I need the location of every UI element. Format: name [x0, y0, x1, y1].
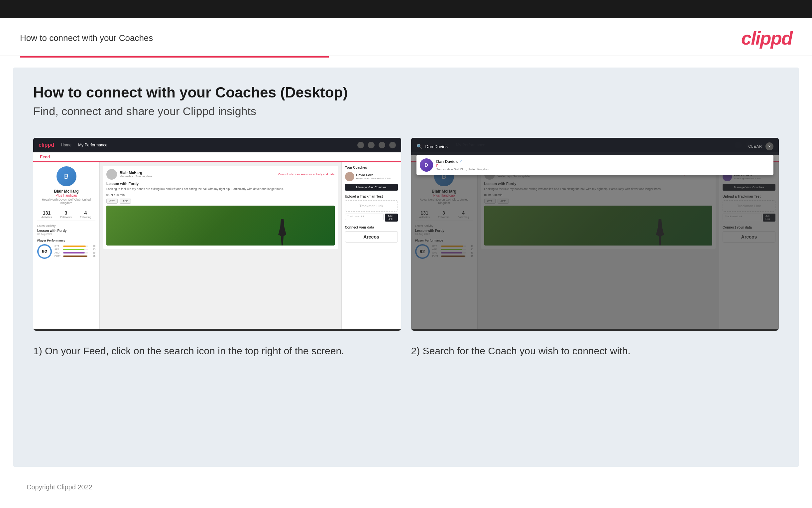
- screenshots-row: clippd Home My Performance Feed: [33, 138, 779, 331]
- coach-club: Royal North Devon Golf Club: [356, 177, 390, 180]
- app-btn[interactable]: APP: [120, 199, 131, 204]
- captions-row: 1) On your Feed, click on the search ico…: [33, 344, 779, 358]
- user-hcp-2: Plus Handicap: [415, 194, 473, 197]
- golfer-silhouette: [276, 219, 289, 246]
- main-heading: How to connect with your Coaches (Deskto…: [33, 84, 779, 101]
- trackman-input[interactable]: Trackman Link: [345, 214, 384, 220]
- screenshot-2-frame: clippd Home My Performance Feed: [411, 138, 779, 331]
- post-user-name: Blair McHarg: [120, 171, 152, 175]
- coach-name: David Ford: [356, 173, 390, 177]
- coach-avatar: [345, 172, 354, 181]
- followers-stat: 3 Followers: [60, 210, 71, 219]
- post-control[interactable]: Control who can see your activity and da…: [278, 173, 335, 176]
- right-coach-club-2: Sunningdale Golf Club: [734, 177, 761, 180]
- mock-left-panel-2: B Blair McHarg Plus Handicap Royal North…: [411, 162, 478, 329]
- coaches-title: Your Coaches: [345, 166, 398, 169]
- search-result-item[interactable]: D Dan Davies ✓ Pro Sunningdale Golf Club…: [420, 158, 770, 172]
- followers-label: Followers: [60, 216, 71, 219]
- performance-score: 92: [37, 244, 52, 259]
- following-count: 4: [80, 210, 91, 216]
- bar-arg: ARG 86: [54, 252, 95, 254]
- manage-coaches-btn[interactable]: Manage Your Coaches: [345, 184, 398, 190]
- coach-info: David Ford Royal North Devon Golf Club: [356, 173, 390, 180]
- search-icon[interactable]: [357, 142, 364, 149]
- activity-date: 03 Aug 2022: [37, 232, 95, 236]
- connect-title: Connect your data: [345, 225, 398, 229]
- post-user-info: Blair McHarg Yesterday · Sunningdale: [120, 171, 152, 178]
- caption-2: 2) Search for the Coach you wish to conn…: [411, 344, 779, 358]
- mock-body-1: B Blair McHarg Plus Handicap Royal North…: [33, 162, 401, 329]
- mock-nav-performance: My Performance: [78, 143, 107, 147]
- result-name: Dan Davies: [436, 159, 458, 164]
- lesson-btns: OTT APP: [106, 199, 335, 204]
- following-stat: 4 Following: [80, 210, 91, 219]
- mock-left-panel: B Blair McHarg Plus Handicap Royal North…: [33, 162, 100, 329]
- mock-nav-home: Home: [61, 143, 71, 147]
- arccos-item[interactable]: Arccos: [345, 231, 398, 243]
- user-stats: 131 Activities 3 Followers 4 Following: [37, 208, 95, 221]
- performance-row: 92 OTT 90 APP: [37, 244, 95, 259]
- settings-icon[interactable]: [379, 142, 385, 149]
- clear-button[interactable]: CLEAR: [748, 144, 762, 149]
- user-stats-2: 131Activities 3Followers 4Following: [415, 208, 473, 221]
- feed-tab-label: Feed: [40, 154, 50, 159]
- main-content: How to connect with your Coaches (Deskto…: [13, 68, 799, 467]
- trackman-placeholder: Trackman Link: [345, 200, 398, 212]
- user-avatar: B: [56, 166, 77, 186]
- bar-putt: PUTT 96: [54, 255, 95, 257]
- activities-count: 131: [42, 210, 52, 216]
- top-bar: [0, 0, 812, 18]
- page-title: How to connect with your Coaches: [20, 33, 153, 43]
- mock-feed-tab[interactable]: Feed: [33, 153, 401, 162]
- post-avatar: [106, 169, 117, 180]
- performance-section: Player Performance 92 OTT 90: [37, 239, 95, 259]
- add-link-btn[interactable]: Add Link: [385, 214, 397, 221]
- verified-icon: ✓: [459, 159, 462, 164]
- footer: Copyright Clippd 2022: [0, 477, 812, 498]
- screenshot-2-col: clippd Home My Performance Feed: [411, 138, 779, 331]
- performance-bars: OTT 90 APP 85: [54, 245, 95, 258]
- mock-center-panel: Blair McHarg Yesterday · Sunningdale Con…: [100, 162, 341, 329]
- profile-icon[interactable]: [368, 142, 375, 149]
- user-club-2: Royal North Devon Golf Club, United King…: [415, 198, 473, 205]
- header: How to connect with your Coaches clippd: [0, 18, 812, 56]
- ott-btn[interactable]: OTT: [106, 199, 118, 204]
- mock-right-panel-1: Your Coaches David Ford Royal North Devo…: [341, 162, 401, 329]
- latest-activity-label: Latest Activity: [37, 224, 95, 227]
- upload-title: Upload a Trackman Test: [345, 195, 398, 198]
- mock-nav-1: clippd Home My Performance: [33, 138, 401, 153]
- search-overlay-bar[interactable]: 🔍 Dan Davies CLEAR ×: [411, 138, 779, 155]
- caption-2-col: 2) Search for the Coach you wish to conn…: [411, 344, 779, 358]
- activity-name: Lesson with Fordy: [37, 229, 95, 232]
- coach-item: David Ford Royal North Devon Golf Club: [345, 172, 398, 181]
- result-info: Dan Davies ✓ Pro Sunningdale Golf Club, …: [436, 159, 489, 171]
- performance-title: Player Performance: [37, 239, 95, 242]
- lesson-duration: 01 hr : 30 min: [106, 193, 335, 197]
- user-icon[interactable]: [389, 142, 396, 149]
- bar-ott: OTT 90: [54, 245, 95, 247]
- mock-nav-icons: [357, 142, 396, 149]
- lesson-text: Looking to feel like my hands are exitin…: [106, 187, 335, 191]
- caption-1: 1) On your Feed, click on the search ico…: [33, 344, 401, 358]
- mock-body-2: B Blair McHarg Plus Handicap Royal North…: [411, 162, 779, 329]
- mock-post: Blair McHarg Yesterday · Sunningdale Con…: [103, 166, 338, 249]
- caption-1-col: 1) On your Feed, click on the search ico…: [33, 344, 401, 358]
- user-name: Blair McHarg: [37, 189, 95, 194]
- activities-label: Activities: [42, 216, 52, 219]
- post-header: Blair McHarg Yesterday · Sunningdale Con…: [106, 169, 335, 180]
- followers-count: 3: [60, 210, 71, 216]
- search-input-text[interactable]: Dan Davies: [425, 144, 745, 149]
- user-name-2: Blair McHarg: [415, 189, 473, 194]
- main-subheading: Find, connect and share your Clippd insi…: [33, 105, 779, 118]
- post-image: [106, 206, 335, 246]
- user-club: Royal North Devon Golf Club, United King…: [37, 198, 95, 205]
- result-club: Sunningdale Golf Club, United Kingdom: [436, 168, 489, 171]
- close-search-button[interactable]: ×: [765, 142, 773, 151]
- lesson-title: Lesson with Fordy: [106, 182, 335, 186]
- accent-line: [20, 56, 792, 57]
- result-avatar: D: [420, 158, 433, 172]
- activities-stat: 131 Activities: [42, 210, 52, 219]
- user-handicap: Plus Handicap: [37, 194, 95, 197]
- screenshot-1-frame: clippd Home My Performance Feed: [33, 138, 401, 331]
- copyright-text: Copyright Clippd 2022: [27, 483, 92, 491]
